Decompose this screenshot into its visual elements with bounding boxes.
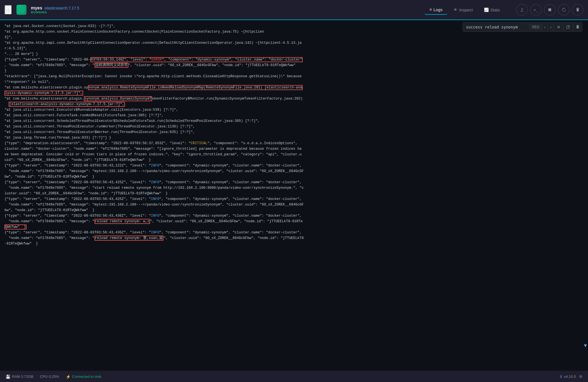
log-line: {"type": "server", "timestamp": "2022-08… — [4, 180, 584, 185]
delete-button[interactable] — [572, 4, 584, 16]
cpu-status: CPU 0.25% — [40, 374, 59, 379]
top-actions: >_ — [516, 4, 584, 16]
log-line: "at java.util.concurrent.FutureTask.runA… — [4, 113, 584, 118]
scroll-down-arrow[interactable]: ▼ — [584, 343, 587, 349]
scroll-indicator: ▼ — [584, 343, 587, 349]
log-line: "at java.util.concurrent.Executors$Runna… — [4, 107, 584, 113]
log-line: , "node.name": "ef17848e7685", "message"… — [4, 62, 584, 68]
tab-inspect-label: Inspect — [459, 8, 473, 12]
log-line: QWkfww" } — [4, 224, 584, 230]
log-line: [elasticsearch-analysis-dynamic-synonym-… — [4, 101, 584, 107]
search-next-button[interactable]: › — [548, 23, 554, 31]
tab-logs[interactable]: ≡ Logs — [425, 5, 448, 15]
log-line: lysis-dynamic-synonym-7.17.5.jar:?]", — [4, 90, 584, 96]
log-line: "at org.apache.http.impl.conn.DefaultHtt… — [4, 40, 584, 46]
search-copy-button[interactable] — [563, 23, 573, 31]
search-prev-button[interactable]: ‹ — [542, 23, 548, 31]
log-line: "node.name": "ef17848e7685", "message": … — [4, 185, 584, 191]
search-delete-button[interactable] — [573, 23, 582, 31]
log-text-area[interactable]: "at java.net.Socket.connect(Socket.java:… — [0, 20, 588, 371]
ram-status: 💾 RAM 3.72GB — [6, 374, 33, 379]
svg-point-0 — [19, 7, 24, 9]
log-line: "node.name": "ef17848e7685", "message": … — [4, 219, 584, 224]
terminal-button[interactable]: >_ — [530, 4, 542, 16]
log-line: ve been deprecated. Consider cold or fro… — [4, 152, 584, 157]
tab-stats-label: Stats — [490, 8, 500, 12]
version-area: ℹ v4.10.0 ⚙ — [560, 374, 582, 379]
tab-inspect[interactable]: 👁 Inspect — [449, 5, 478, 14]
log-line: "node.name": "ef17848e7685", "message": … — [4, 202, 584, 207]
search-close-button[interactable]: ✕ — [554, 23, 563, 32]
log-line: cluster.name": "docker-cluster", "node.n… — [4, 146, 584, 152]
log-line: "at com.bellszhu.elasticsearch.plugin.sy… — [4, 85, 584, 90]
log-line: "at java.util.concurrent.ThreadPoolExecu… — [4, 124, 584, 129]
search-input[interactable] — [463, 23, 530, 32]
app-info: myes elasticsearch:7.17.5 RUNNING — [31, 6, 79, 14]
log-line: -81RTeQWkfww" } — [4, 241, 584, 246]
cpu-label: CPU 0.25% — [40, 374, 59, 379]
settings-icon[interactable]: ⚙ — [579, 374, 582, 379]
log-line: bw", "node.id": "jTTUEELkT8-81RTeQWkfww"… — [4, 207, 584, 213]
stop-button[interactable] — [544, 4, 556, 16]
nav-tabs: ≡ Logs 👁 Inspect 📈 Stats — [425, 5, 505, 15]
app-status: RUNNING — [31, 11, 79, 14]
reg-toggle[interactable]: REG — [530, 24, 542, 30]
app-icon — [16, 5, 26, 15]
log-line: "at java.util.concurrent.ThreadPoolExecu… — [4, 129, 584, 135]
tab-stats[interactable]: 📈 Stats — [479, 5, 505, 14]
terminal-icon: >_ — [534, 8, 538, 12]
version-label: v4.10.0 — [564, 374, 576, 379]
ram-label: RAM 3.72GB — [12, 374, 33, 379]
inspect-icon: 👁 — [454, 8, 457, 12]
log-line: \"response\" is null", — [4, 79, 584, 85]
stats-icon: 📈 — [484, 8, 489, 12]
connection-label: Connected to Hub — [72, 374, 102, 379]
log-line: {"type": "server", "timestamp": "2022-08… — [4, 230, 584, 235]
status-bar: 💾 RAM 3.72GB CPU 0.25% ⚡ Connected to Hu… — [0, 371, 588, 382]
svg-rect-1 — [548, 8, 551, 11]
connection-icon: ⚡ — [66, 374, 71, 379]
log-line: "stacktrace": ["java.lang.NullPointerExc… — [4, 74, 584, 79]
log-line: luster.uuid": "6O_sX_ZOREK__684GcGFbw", … — [4, 191, 584, 196]
version-info-icon: ℹ — [560, 374, 562, 379]
top-bar: ‹ myes elasticsearch:7.17.5 RUNNING ≡ Lo… — [0, 0, 588, 20]
log-line: r:4.5.13]", — [4, 46, 584, 51]
log-line: "at java.lang.Thread.run(Thread.java:833… — [4, 135, 584, 141]
log-content-area: REG ‹ › ✕ "at java.net.Socket.connect(So… — [0, 20, 588, 371]
log-line: uid": "6O_sX_ZOREK__684GcGFbw", "node.id… — [4, 157, 584, 163]
log-line: 3]", — [4, 35, 584, 40]
log-line: {"type": "server", "timestamp": "2022-08… — [4, 213, 584, 219]
tab-logs-label: Logs — [433, 7, 443, 12]
log-line: "node.name": "ef17848e7685", "message": … — [4, 168, 584, 174]
logs-icon: ≡ — [430, 7, 432, 12]
log-line: } — [4, 68, 584, 74]
log-line: {"type": "deprecation.elasticsearch", "t… — [4, 141, 584, 146]
log-line: "at java.util.concurrent.ScheduledThread… — [4, 118, 584, 124]
log-line: {"type": "server", "timestamp": "2022-08… — [4, 196, 584, 202]
log-line: bw", "node.id": "jTTUEELkT8-81RTeQWkfww"… — [4, 174, 584, 180]
connection-status: ⚡ Connected to Hub — [66, 374, 102, 379]
ram-icon: 💾 — [6, 374, 10, 379]
app-name: myes — [31, 6, 42, 11]
app-version: elasticsearch:7.17.5 — [45, 6, 79, 10]
back-button[interactable]: ‹ — [4, 5, 12, 15]
log-line: "node.name": "ef17848e7685", "message": … — [4, 235, 584, 241]
restart-button[interactable] — [558, 4, 570, 16]
log-line: "at com.bellszhu.elasticsearch.plugin.sy… — [4, 96, 584, 101]
search-overlay: REG ‹ › ✕ — [462, 22, 582, 32]
log-line: {"type": "server", "timestamp": "2022-08… — [4, 57, 584, 62]
export-button[interactable] — [516, 4, 528, 16]
log-line: "... 20 more"] } — [4, 51, 584, 57]
log-line: {"type": "server", "timestamp": "2022-08… — [4, 163, 584, 168]
